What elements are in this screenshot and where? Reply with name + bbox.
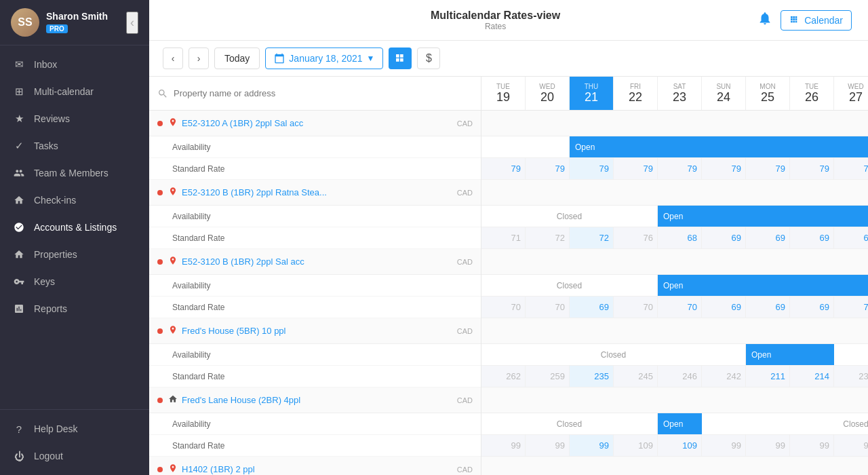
property-name[interactable]: E52-3120 B (1BR) 2ppl Sal acc: [182, 256, 457, 267]
sidebar-item-multi-calendar[interactable]: ⊞ Multi-calendar: [0, 78, 149, 105]
rate-cell[interactable]: 99: [790, 435, 834, 456]
rate-cell[interactable]: 242: [702, 366, 746, 387]
rate-cell[interactable]: 76: [614, 227, 658, 248]
rate-cell[interactable]: 259: [526, 366, 570, 387]
rate-cell[interactable]: 72: [570, 227, 614, 248]
property-name[interactable]: Fred's House (5BR) 10 ppl: [182, 326, 457, 336]
rate-cell[interactable]: 99: [526, 435, 570, 456]
sidebar-item-check-ins[interactable]: Check-ins: [0, 187, 149, 214]
day-name: SUN: [716, 83, 730, 90]
sidebar-item-reports[interactable]: Reports: [0, 295, 149, 322]
sidebar-item-help-desk[interactable]: ? Help Desk: [0, 415, 149, 442]
rate-cell[interactable]: 69: [702, 227, 746, 248]
rate-cell[interactable]: 68: [658, 227, 702, 248]
logout-icon: ⏻: [12, 449, 26, 463]
property-header-row[interactable]: E52-3120 B (1BR) 2ppl Ratna Stea... CAD: [149, 180, 481, 206]
property-name[interactable]: H1402 (1BR) 2 ppl: [182, 464, 457, 474]
day-number: 19: [496, 90, 510, 104]
rate-cell[interactable]: 69: [702, 297, 746, 318]
availability-cell[interactable]: Closed: [481, 206, 658, 227]
availability-cell[interactable]: Open: [658, 275, 868, 296]
rate-cell[interactable]: 69: [570, 297, 614, 318]
sidebar-item-label: Tasks: [34, 140, 58, 151]
rate-cell[interactable]: 99: [570, 435, 614, 456]
search-input[interactable]: [174, 88, 473, 98]
property-header-row[interactable]: Fred's House (5BR) 10 ppl CAD: [149, 318, 481, 344]
availability-cell[interactable]: Open: [658, 206, 868, 227]
rate-cell[interactable]: 99: [481, 435, 526, 456]
notifications-button[interactable]: [757, 11, 772, 29]
sidebar-item-tasks[interactable]: ✓ Tasks: [0, 132, 149, 159]
date-header-cell: TUE19: [481, 77, 526, 110]
rate-cell[interactable]: 214: [790, 366, 834, 387]
calendar-view-button[interactable]: Calendar: [781, 10, 852, 31]
rate-cell[interactable]: 79: [481, 158, 526, 179]
rate-cell[interactable]: 245: [614, 366, 658, 387]
availability-cell[interactable]: Closed: [702, 413, 868, 434]
availability-cell[interactable]: Open: [570, 136, 868, 157]
rate-cell[interactable]: 109: [614, 435, 658, 456]
availability-cell[interactable]: Closed: [481, 344, 746, 365]
availability-cell[interactable]: [481, 136, 570, 157]
availability-cell[interactable]: Closed: [481, 275, 658, 296]
rate-cell[interactable]: 69: [746, 297, 790, 318]
rate-cell[interactable]: 69: [746, 227, 790, 248]
rate-cell[interactable]: 235: [834, 366, 868, 387]
rate-cell[interactable]: 99: [702, 435, 746, 456]
sidebar-item-keys[interactable]: Keys: [0, 268, 149, 295]
rate-cell[interactable]: 262: [481, 366, 526, 387]
property-spacer: [481, 387, 868, 413]
prev-button[interactable]: ‹: [163, 48, 183, 69]
rate-cell[interactable]: 79: [790, 158, 834, 179]
rate-cell[interactable]: 79: [746, 158, 790, 179]
rate-cell[interactable]: 99: [834, 435, 868, 456]
inbox-icon: ✉: [12, 58, 26, 71]
rate-cell[interactable]: 69: [790, 227, 834, 248]
availability-cell[interactable]: Closed: [834, 344, 868, 365]
sidebar-item-reviews[interactable]: ★ Reviews: [0, 105, 149, 132]
rate-cell[interactable]: 70: [614, 297, 658, 318]
property-name[interactable]: E52-3120 A (1BR) 2ppl Sal acc: [182, 118, 457, 128]
property-header-row[interactable]: Fred's Lane House (2BR) 4ppl CAD: [149, 387, 481, 413]
rate-cell[interactable]: 69: [790, 297, 834, 318]
rate-cell[interactable]: 79: [526, 158, 570, 179]
rate-cell[interactable]: 70: [526, 297, 570, 318]
sidebar-item-inbox[interactable]: ✉ Inbox: [0, 51, 149, 78]
rate-cell[interactable]: 71: [834, 297, 868, 318]
property-name[interactable]: E52-3120 B (1BR) 2ppl Ratna Stea...: [182, 187, 457, 197]
rate-cell[interactable]: 79: [702, 158, 746, 179]
sidebar-item-properties[interactable]: Properties: [0, 241, 149, 268]
property-name[interactable]: Fred's Lane House (2BR) 4ppl: [182, 395, 457, 405]
day-number: 27: [849, 90, 863, 104]
availability-cell[interactable]: Open: [746, 344, 834, 365]
rates-view-button[interactable]: $: [417, 48, 440, 69]
rate-cell[interactable]: 211: [746, 366, 790, 387]
rate-cell[interactable]: 70: [481, 297, 526, 318]
rate-cell[interactable]: 99: [746, 435, 790, 456]
rate-cell[interactable]: 79: [570, 158, 614, 179]
rate-cell[interactable]: 109: [658, 435, 702, 456]
rate-cell[interactable]: 235: [570, 366, 614, 387]
availability-label: Availability: [172, 142, 210, 152]
rate-cell[interactable]: 79: [834, 158, 868, 179]
property-header-row[interactable]: E52-3120 A (1BR) 2ppl Sal acc CAD: [149, 111, 481, 136]
rate-cell[interactable]: 70: [658, 297, 702, 318]
sidebar-item-accounts-listings[interactable]: Accounts & Listings: [0, 214, 149, 241]
sidebar-item-logout[interactable]: ⏻ Logout: [0, 442, 149, 470]
sidebar-item-team-members[interactable]: Team & Members: [0, 159, 149, 187]
today-button[interactable]: Today: [214, 48, 260, 69]
property-header-row[interactable]: E52-3120 B (1BR) 2ppl Sal acc CAD: [149, 249, 481, 275]
rate-cell[interactable]: 72: [526, 227, 570, 248]
sidebar-collapse-button[interactable]: ‹: [126, 12, 138, 34]
availability-cell[interactable]: Closed: [481, 413, 658, 434]
availability-cell[interactable]: Open: [658, 413, 702, 434]
property-header-row[interactable]: H1402 (1BR) 2 ppl CAD: [149, 457, 481, 475]
rate-cell[interactable]: 246: [658, 366, 702, 387]
rate-cell[interactable]: 69: [834, 227, 868, 248]
rate-cell[interactable]: 71: [481, 227, 526, 248]
date-picker-button[interactable]: January 18, 2021 ▼: [265, 48, 383, 69]
next-button[interactable]: ›: [189, 48, 209, 69]
rate-cell[interactable]: 79: [658, 158, 702, 179]
rate-cell[interactable]: 79: [614, 158, 658, 179]
grid-view-button[interactable]: [389, 48, 412, 69]
